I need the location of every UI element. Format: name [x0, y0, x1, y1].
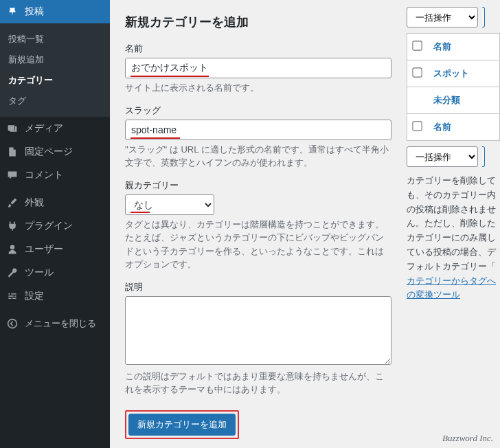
- sidebar-sub-tags[interactable]: タグ: [0, 91, 110, 111]
- sidebar-collapse-label: メニューを閉じる: [25, 317, 96, 330]
- field-slug: スラッグ "スラッグ" は URL に適した形式の名前です。通常はすべて半角小文…: [125, 104, 391, 170]
- plug-icon: [5, 221, 19, 232]
- brush-icon: [5, 197, 19, 208]
- sidebar-media-label: メディア: [25, 122, 63, 135]
- row-checkbox[interactable]: [412, 67, 422, 77]
- page-icon: [5, 146, 19, 157]
- media-icon: [5, 123, 19, 134]
- sidebar-pages[interactable]: 固定ページ: [0, 140, 110, 164]
- name-label: 名前: [125, 43, 391, 55]
- sidebar-settings[interactable]: 設定: [0, 284, 110, 308]
- sidebar-sub-categories[interactable]: カテゴリー: [0, 70, 110, 91]
- user-icon: [5, 244, 19, 255]
- parent-help: タグとは異なり、カテゴリーは階層構造を持つことができます。たとえば、ジャズという…: [125, 218, 391, 271]
- sidebar-sub-posts-new[interactable]: 新規追加: [0, 49, 110, 70]
- select-all-bottom[interactable]: [412, 121, 422, 131]
- sidebar-comments-label: コメント: [25, 169, 63, 181]
- sidebar-plugins-label: プラグイン: [25, 220, 73, 232]
- sidebar-tools-label: ツール: [25, 267, 54, 279]
- sidebar-plugins[interactable]: プラグイン: [0, 214, 110, 238]
- sidebar-users[interactable]: ユーザー: [0, 238, 110, 261]
- bulk-actions-bottom: 一括操作: [407, 146, 500, 167]
- category-list-panel: 一括操作 名前 スポット: [398, 7, 500, 302]
- wrench-icon: [5, 267, 19, 278]
- field-description: 説明 この説明はデフォルトではあまり重要な意味を持ちませんが、これを表示するテー…: [125, 281, 391, 396]
- select-all-top[interactable]: [412, 41, 422, 50]
- sidebar-users-label: ユーザー: [25, 243, 63, 256]
- desc-label: 説明: [125, 281, 391, 293]
- apply-button-bottom[interactable]: [482, 146, 485, 167]
- row-link-uncat[interactable]: 未分類: [433, 95, 460, 105]
- sidebar-posts[interactable]: 投稿: [0, 0, 110, 23]
- desc-textarea[interactable]: [125, 296, 391, 365]
- admin-sidebar: 投稿 投稿一覧 新規追加 カテゴリー タグ メディア 固定ページ コメント 外観: [0, 0, 110, 448]
- sidebar-posts-label: 投稿: [25, 5, 44, 18]
- col-name-footer[interactable]: 名前: [433, 122, 451, 132]
- sidebar-appearance-label: 外観: [25, 197, 44, 209]
- slug-help: "スラッグ" は URL に適した形式の名前です。通常はすべて半角小文字で、英数…: [125, 143, 391, 170]
- comment-icon: [5, 170, 19, 181]
- desc-help: この説明はデフォルトではあまり重要な意味を持ちませんが、これを表示するテーマも中…: [125, 370, 391, 396]
- form-heading: 新規カテゴリーを追加: [125, 14, 391, 30]
- parent-underline: [130, 212, 150, 213]
- sidebar-tools[interactable]: ツール: [0, 261, 110, 284]
- category-table: 名前 スポット 未分類 名前: [407, 33, 500, 141]
- row-link-spot[interactable]: スポット: [433, 68, 469, 78]
- submit-highlight: 新規カテゴリーを追加: [125, 410, 239, 439]
- field-name: 名前 サイト上に表示される名前です。: [125, 43, 391, 95]
- name-input[interactable]: [125, 58, 391, 78]
- sidebar-posts-submenu: 投稿一覧 新規追加 カテゴリー タグ: [0, 23, 110, 117]
- delete-note: カテゴリーを削除しても、そのカテゴリー内の投稿は削除されません。ただし、削除した…: [407, 174, 500, 302]
- table-row: スポット: [407, 60, 500, 87]
- add-category-form: 新規カテゴリーを追加 名前 サイト上に表示される名前です。 スラッグ "スラッグ…: [110, 7, 398, 439]
- slug-input[interactable]: [125, 120, 391, 140]
- collapse-icon: [5, 318, 19, 329]
- sidebar-collapse[interactable]: メニューを閉じる: [0, 312, 110, 335]
- bulk-actions-top: 一括操作: [407, 7, 500, 27]
- parent-label: 親カテゴリー: [125, 179, 391, 192]
- bulk-action-select-bottom[interactable]: 一括操作: [407, 146, 478, 167]
- table-row: 未分類: [407, 87, 500, 114]
- sidebar-pages-label: 固定ページ: [25, 146, 73, 158]
- pin-icon: [5, 6, 19, 17]
- bulk-action-select-top[interactable]: 一括操作: [407, 7, 478, 27]
- add-category-button[interactable]: 新規カテゴリーを追加: [128, 414, 236, 436]
- footer-brand: Buzzword Inc.: [442, 433, 493, 444]
- apply-button-top[interactable]: [482, 7, 485, 27]
- name-help: サイト上に表示される名前です。: [125, 81, 391, 95]
- slug-label: スラッグ: [125, 104, 391, 117]
- delete-note-text: カテゴリーを削除しても、そのカテゴリー内の投稿は削除されません。ただし、削除した…: [407, 175, 496, 271]
- sliders-icon: [5, 291, 19, 302]
- sidebar-settings-label: 設定: [25, 290, 44, 302]
- sidebar-appearance[interactable]: 外観: [0, 191, 110, 214]
- sidebar-sub-posts-list[interactable]: 投稿一覧: [0, 29, 110, 49]
- svg-point-0: [8, 320, 17, 328]
- sidebar-comments[interactable]: コメント: [0, 164, 110, 187]
- main-content: 新規カテゴリーを追加 名前 サイト上に表示される名前です。 スラッグ "スラッグ…: [110, 0, 500, 448]
- field-parent: 親カテゴリー なし タグとは異なり、カテゴリーは階層構造を持つことができます。た…: [125, 179, 391, 271]
- convert-tool-link[interactable]: カテゴリーからタグへの変換ツール: [407, 276, 496, 300]
- col-name-header[interactable]: 名前: [433, 41, 451, 52]
- sidebar-media[interactable]: メディア: [0, 117, 110, 140]
